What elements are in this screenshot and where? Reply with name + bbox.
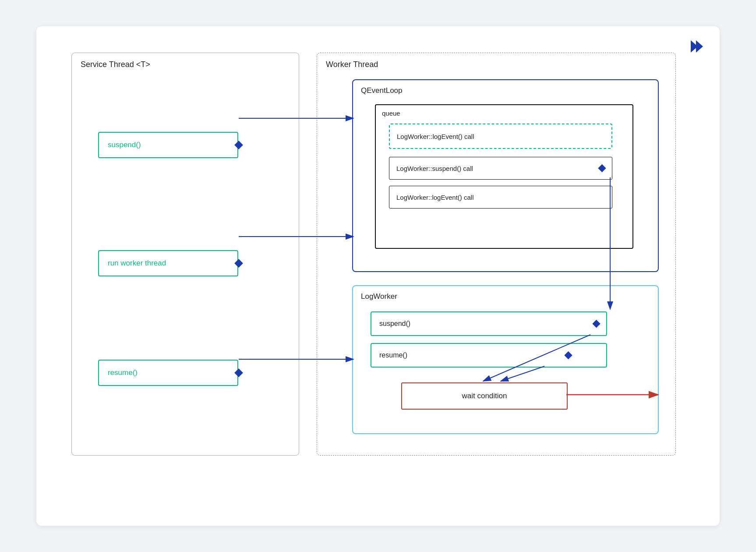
resume-diamond <box>234 368 243 377</box>
suspend-diamond <box>234 141 243 149</box>
lw-resume-diamond <box>564 351 572 359</box>
svg-marker-1 <box>696 40 703 53</box>
queue-label: queue <box>382 110 400 117</box>
logo-icon <box>688 39 704 58</box>
logevent-dashed: LogWorker::logEvent() call <box>389 124 612 149</box>
run-diamond <box>234 259 243 268</box>
lw-suspend-diamond <box>592 320 600 328</box>
qeventloop-label: QEventLoop <box>361 86 403 95</box>
logworker-label: LogWorker <box>361 292 397 301</box>
diagram-container: Service Thread <T> suspend() run worker … <box>36 26 720 526</box>
wait-condition-box: wait condition <box>401 382 568 410</box>
worker-thread-box: Worker Thread QEventLoop queue LogWorker… <box>317 53 676 456</box>
service-thread-suspend: suspend() <box>98 132 238 158</box>
service-thread-box: Service Thread <T> suspend() run worker … <box>71 53 299 456</box>
worker-thread-label: Worker Thread <box>326 60 378 69</box>
queue-suspend-call: LogWorker::suspend() call <box>389 157 612 180</box>
service-thread-run: run worker thread <box>98 250 238 276</box>
queue-box: queue LogWorker::logEvent() call LogWork… <box>375 104 633 249</box>
service-thread-resume: resume() <box>98 360 238 386</box>
queue-logevent2-call: LogWorker::logEvent() call <box>389 186 612 209</box>
suspend-call-diamond <box>598 164 606 172</box>
service-thread-label: Service Thread <T> <box>81 60 150 69</box>
logworker-resume: resume() <box>371 343 607 368</box>
qeventloop-box: QEventLoop queue LogWorker::logEvent() c… <box>352 79 659 272</box>
logworker-suspend: suspend() <box>371 311 607 336</box>
logworker-box: LogWorker suspend() resume() wait condit… <box>352 285 659 434</box>
